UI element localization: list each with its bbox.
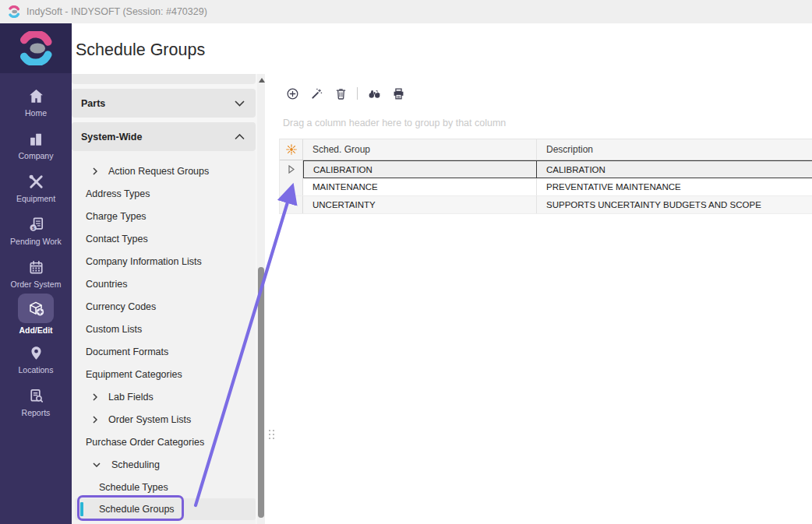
nav-panel-scrollbar-thumb[interactable]: [258, 267, 264, 518]
reports-icon: [26, 387, 45, 406]
pending-work-icon: $: [26, 216, 45, 234]
sun-icon: [286, 144, 297, 155]
nav-item-document-formats[interactable]: Document Formats: [72, 340, 256, 363]
nav-item-action-request-groups[interactable]: Action Request Groups: [72, 160, 256, 182]
accordion-header-parts[interactable]: Parts: [72, 89, 256, 118]
sidebar-item-locations[interactable]: Locations: [0, 338, 72, 380]
column-header-description[interactable]: Description: [537, 139, 812, 160]
row-selector-cell[interactable]: [280, 196, 303, 213]
chevron-down-icon: [235, 100, 245, 107]
sidebar: Home Company Equipment: [0, 23, 72, 524]
sidebar-logo-block: [0, 23, 72, 73]
row-expander-icon[interactable]: [288, 165, 295, 174]
nav-item-purchase-order-categories[interactable]: Purchase Order Categories: [72, 431, 256, 453]
order-system-icon: [26, 258, 45, 277]
nav-item-equipment-categories[interactable]: Equipment Categories: [72, 363, 256, 385]
cell-description: SUPPORTS UNCERTAINTY BUDGETS AND SCOPE: [537, 196, 812, 213]
sidebar-item-equipment[interactable]: Equipment: [0, 167, 72, 209]
nav-panel: Parts System-Wide Action Request Groups …: [72, 74, 265, 524]
nav-item-schedule-groups[interactable]: Schedule Groups: [72, 498, 256, 520]
nav-item-address-types[interactable]: Address Types: [72, 182, 256, 205]
schedule-groups-grid: Sched. Group Description CALIBRATION CAL…: [279, 139, 812, 214]
sidebar-item-pending-work[interactable]: $ Pending Work: [0, 209, 72, 251]
column-header-sched-group[interactable]: Sched. Group: [303, 139, 537, 160]
nav-item-lab-fields[interactable]: Lab Fields: [72, 385, 256, 408]
nav-panel-scrolled-header: [72, 74, 256, 84]
nav-item-custom-lists[interactable]: Custom Lists: [72, 318, 256, 340]
nav-item-charge-types[interactable]: Charge Types: [72, 205, 256, 227]
nav-item-contact-types[interactable]: Contact Types: [72, 227, 256, 250]
trash-icon[interactable]: [332, 85, 349, 102]
magic-wand-icon[interactable]: [308, 85, 325, 102]
svg-text:$: $: [31, 225, 34, 230]
cell-sched-group: UNCERTAINTY: [303, 196, 537, 213]
nav-item-order-system-lists[interactable]: Order System Lists: [72, 408, 256, 431]
printer-icon[interactable]: [390, 85, 407, 102]
panel-splitter-handle[interactable]: [269, 430, 277, 443]
cell-description: CALIBRATION: [537, 160, 812, 178]
indysoft-logo-icon: [8, 5, 20, 18]
nav-item-schedule-types[interactable]: Schedule Types: [72, 476, 256, 498]
group-by-drop-zone: Drag a column header here to group by th…: [283, 118, 506, 128]
window-title: IndySoft - INDYSOFT (Session: #470329): [26, 6, 207, 17]
nav-items-region: Action Request Groups Address Types Char…: [72, 151, 256, 524]
sidebar-item-home[interactable]: Home: [0, 81, 72, 123]
scrollbar-up-arrow[interactable]: [259, 78, 265, 83]
sidebar-item-company[interactable]: Company: [0, 124, 72, 166]
grid-row-calibration[interactable]: CALIBRATION CALIBRATION: [280, 160, 812, 178]
grid-header-row: Sched. Group Description: [280, 139, 812, 160]
sidebar-item-reports[interactable]: Reports: [0, 381, 72, 423]
add-circle-icon[interactable]: [284, 85, 301, 102]
nav-item-countries[interactable]: Countries: [72, 273, 256, 295]
grid-row-uncertainty[interactable]: UNCERTAINTY SUPPORTS UNCERTAINTY BUDGETS…: [280, 196, 812, 214]
indysoft-logo-icon: [19, 31, 53, 65]
company-icon: [26, 130, 45, 149]
toolbar-separator: [357, 87, 358, 100]
accordion-header-system-wide[interactable]: System-Wide: [72, 122, 256, 151]
equipment-icon: [26, 173, 45, 192]
cell-sched-group: MAINTENANCE: [303, 178, 537, 195]
cell-sched-group: CALIBRATION: [303, 160, 537, 178]
chevron-down-icon[interactable]: [93, 462, 101, 467]
grid-toolbar: [284, 84, 407, 103]
sidebar-item-add-edit[interactable]: Add/Edit: [0, 293, 72, 335]
chevron-up-icon: [235, 134, 245, 140]
auto-filter-header-cell[interactable]: [280, 139, 303, 160]
chevron-right-icon[interactable]: [93, 393, 97, 401]
app-window: IndySoft - INDYSOFT (Session: #470329) H…: [0, 0, 812, 524]
row-selector-cell[interactable]: [280, 178, 303, 195]
binoculars-icon[interactable]: [365, 85, 383, 102]
locations-icon: [26, 344, 45, 363]
page-title: Schedule Groups: [76, 40, 205, 60]
title-bar: IndySoft - INDYSOFT (Session: #470329): [0, 0, 812, 23]
nav-item-scheduling[interactable]: Scheduling: [72, 453, 256, 476]
home-icon: [26, 87, 45, 106]
row-selector-cell[interactable]: [280, 160, 303, 178]
grid-row-maintenance[interactable]: MAINTENANCE PREVENTATIVE MAINTENANCE: [280, 178, 812, 196]
add-edit-icon: [18, 294, 54, 323]
cell-description: PREVENTATIVE MAINTENANCE: [537, 178, 812, 195]
chevron-right-icon[interactable]: [93, 416, 97, 424]
chevron-right-icon[interactable]: [93, 167, 97, 175]
nav-item-currency-codes[interactable]: Currency Codes: [72, 295, 256, 318]
sidebar-item-order-system[interactable]: Order System: [0, 252, 72, 294]
nav-item-company-information-lists[interactable]: Company Information Lists: [72, 250, 256, 273]
